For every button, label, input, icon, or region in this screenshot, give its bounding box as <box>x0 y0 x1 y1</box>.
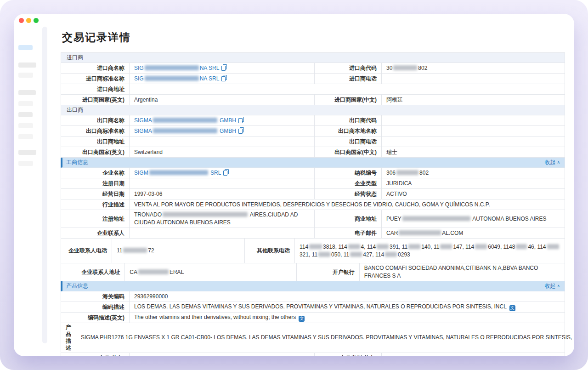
section-title: 工商信息 <box>66 159 88 166</box>
field-value-text: 瑞士 <box>386 148 397 156</box>
table-row: 注册地址TRONADO AIRES,CIUDAD AD CIUDAD AUTON… <box>61 210 565 228</box>
company-link[interactable]: SIGMA <box>134 117 152 124</box>
company-link[interactable]: GMBH <box>218 128 236 134</box>
field-value-text: SIGNA SRL <box>134 64 227 72</box>
browser-window: 交易记录详情 进口商进口商名称SIGNA SRL进口商代码30802进口商标准名… <box>14 14 574 356</box>
field-label: 企业联系人电话 <box>61 239 112 263</box>
field-value: 30802 <box>382 63 565 73</box>
field-label: 纳税编号 <box>314 168 382 178</box>
redacted-text <box>475 244 487 249</box>
chevron-up-icon: ∧ <box>557 160 560 165</box>
copy-icon[interactable] <box>221 75 227 81</box>
redacted-text <box>348 244 360 249</box>
redacted-text <box>399 230 441 235</box>
redacted-text <box>309 244 322 249</box>
company-link[interactable]: SIG <box>134 65 144 71</box>
field-value <box>130 228 314 238</box>
redacted-text <box>145 76 199 81</box>
company-link[interactable]: NA SRL <box>200 75 220 82</box>
sidebar-item[interactable] <box>18 112 33 117</box>
field-label: 经营日期 <box>61 189 130 199</box>
field-value-text: TRONADO AIRES,CIUDAD AD CIUDAD AUTONOMA … <box>134 211 310 227</box>
field-label: 出口商电话 <box>314 137 382 147</box>
field-label: 编码描述 <box>61 302 130 312</box>
company-link[interactable]: NA SRL <box>200 65 220 71</box>
copy-icon[interactable] <box>223 169 229 176</box>
table-row: 海关编码29362990000 <box>61 291 565 302</box>
redacted-text <box>145 65 199 70</box>
table-row: 进口商国家(英文)Argentina进口商国家(中文)阿根廷 <box>61 95 565 105</box>
sidebar-item[interactable] <box>18 134 33 139</box>
field-text: 1997-03-06 <box>134 191 162 197</box>
field-value <box>130 178 314 188</box>
table-row: 编码描述(英文)The other vitamins and their der… <box>61 313 565 323</box>
company-link[interactable]: SIGM <box>134 170 148 176</box>
field-label: 编码描述(英文) <box>61 313 130 323</box>
field-text: Chemical Industry <box>386 355 430 357</box>
field-label: 行业描述 <box>61 199 130 210</box>
field-value-text: JURIDICA <box>386 180 412 188</box>
field-value-text: SIGMA GMBH <box>134 127 244 135</box>
copy-icon[interactable] <box>221 64 227 71</box>
sidebar-item[interactable] <box>18 123 33 128</box>
table-row: 企业联系人地址CAERAL开户银行BANCO COMAFI SOCIEDAD A… <box>61 263 565 281</box>
field-value-text: Chemical Industry <box>386 354 430 357</box>
sidebar-item[interactable] <box>18 150 36 155</box>
page-title: 交易记录详情 <box>62 30 565 45</box>
field-value <box>130 84 565 94</box>
field-value-text: 1143818, 1144, 114391, 11140, 11147, 114… <box>300 243 560 259</box>
field-label: 注册日期 <box>61 178 130 188</box>
sidebar-item[interactable] <box>18 63 36 68</box>
copy-icon[interactable] <box>238 117 244 123</box>
field-text: SIGMA PHR1276 1G ENVASES X 1 GR CA01-CB0… <box>81 334 574 341</box>
sidebar-item-active[interactable] <box>18 45 33 50</box>
field-label: 企业联系人 <box>61 228 130 238</box>
copy-icon[interactable] <box>238 127 244 134</box>
detail-table: 进口商进口商名称SIGNA SRL进口商代码30802进口商标准名称SIGNA … <box>61 52 565 356</box>
company-link[interactable]: GMBH <box>218 117 236 124</box>
company-link[interactable]: SIG <box>134 75 144 82</box>
collapse-toggle[interactable]: 收起∧ <box>544 282 560 290</box>
field-value-text: LOS DEMAS. LAS DEMAS VITAMINAS Y SUS DER… <box>134 303 515 311</box>
field-value <box>130 137 314 147</box>
field-text: 391, 11 <box>390 244 407 250</box>
redacted-text <box>350 252 362 257</box>
collapse-toggle[interactable]: 收起∧ <box>544 159 560 166</box>
redacted-text <box>149 170 208 175</box>
field-text: CAR <box>386 230 398 236</box>
sidebar-item[interactable] <box>18 73 33 78</box>
field-label: 进口商地址 <box>61 84 130 94</box>
field-text: PUEY <box>386 216 401 222</box>
field-value: CAERAL <box>125 263 296 281</box>
company-link[interactable]: SRL <box>209 170 221 176</box>
field-text: 321, 11 <box>300 251 317 258</box>
translate-icon[interactable]: 文 <box>509 305 515 311</box>
page-background: 交易记录详情 进口商进口商名称SIGNA SRL进口商代码30802进口商标准名… <box>0 0 588 370</box>
field-text: Argentina <box>134 97 158 103</box>
field-value: SIGMA GMBH <box>130 126 314 136</box>
field-label: 进口商国家(中文) <box>314 95 382 105</box>
chevron-up-icon: ∧ <box>557 284 560 288</box>
sidebar-item[interactable] <box>18 90 36 95</box>
company-link[interactable]: SIGMA <box>134 128 152 134</box>
field-text: 72 <box>148 247 154 254</box>
translate-icon[interactable]: 文 <box>299 316 305 322</box>
field-text: JURIDICA <box>386 180 412 187</box>
redacted-text <box>138 269 169 274</box>
field-value-text: 306802 <box>386 169 429 177</box>
field-label: 企业联系人地址 <box>61 263 125 281</box>
field-value: 1172 <box>112 239 244 263</box>
field-value <box>382 126 565 136</box>
field-label: 海关编码 <box>61 291 130 302</box>
field-label: 出口商地址 <box>61 137 130 147</box>
sidebar-item[interactable] <box>18 101 33 106</box>
field-value: TRONADO AIRES,CIUDAD AD CIUDAD AUTONOMA … <box>130 210 314 228</box>
field-label: 企业类型 <box>314 178 382 188</box>
field-label: 产品描述 <box>61 323 76 353</box>
field-text: 0293 <box>398 251 410 258</box>
field-value: Switzerland <box>130 147 314 157</box>
field-text: Switzerland <box>134 149 163 155</box>
field-text: CA <box>130 269 137 275</box>
sidebar-item[interactable] <box>18 161 33 166</box>
field-text: 114 <box>300 244 308 250</box>
